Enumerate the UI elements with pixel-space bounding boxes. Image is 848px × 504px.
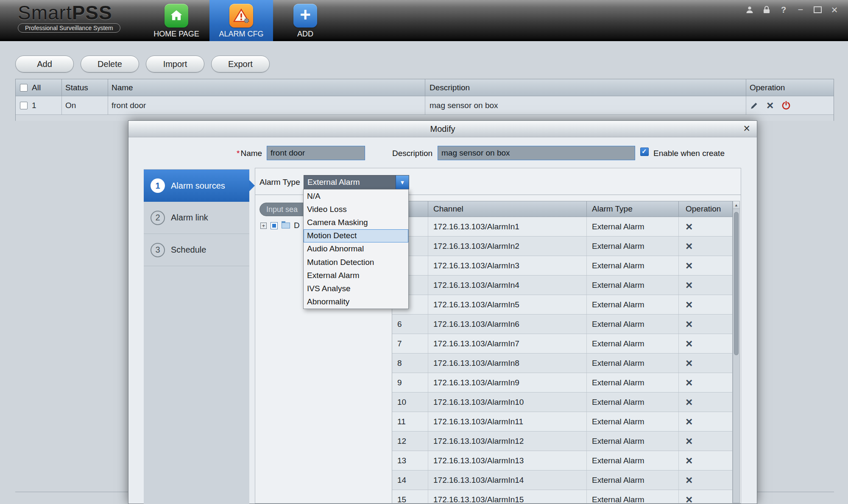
chevron-down-icon[interactable]: ▼ (396, 175, 409, 189)
channel-name: 172.16.13.103/AlarmIn2 (428, 237, 586, 256)
tree-expander-icon[interactable]: + (260, 223, 267, 229)
minimize-icon[interactable]: − (796, 4, 805, 15)
required-mark: * (237, 149, 240, 158)
remove-channel-icon[interactable]: × (686, 495, 692, 504)
channel-table-scrollbar[interactable]: ▲ (733, 201, 740, 503)
dropdown-option[interactable]: Video Loss (304, 203, 408, 216)
tree-checkbox[interactable] (271, 222, 278, 229)
power-icon[interactable] (781, 100, 791, 111)
channel-alarm-type: External Alarm (586, 373, 678, 392)
channel-operation-cell: × (678, 256, 732, 275)
channel-operation-cell: × (678, 471, 732, 490)
remove-channel-icon[interactable]: × (686, 339, 692, 349)
channel-operation-cell: × (678, 412, 732, 431)
dropdown-option[interactable]: External Alarm (304, 269, 408, 282)
dialog-close-icon[interactable]: × (743, 122, 750, 135)
dropdown-option[interactable]: Camera Masking (304, 216, 408, 229)
channel-row: 14172.16.13.103/AlarmIn14External Alarm× (392, 471, 732, 490)
dropdown-option[interactable]: Audio Abnormal (304, 242, 408, 256)
scroll-up-icon[interactable]: ▲ (733, 201, 739, 209)
remove-channel-icon[interactable]: × (686, 241, 692, 251)
channel-row: 10172.16.13.103/AlarmIn10External Alarm× (392, 393, 732, 412)
remove-channel-icon[interactable]: × (686, 222, 692, 232)
header-status: Status (61, 79, 108, 96)
remove-channel-icon[interactable]: × (686, 436, 692, 446)
channel-operation-cell: × (678, 432, 732, 451)
channel-number: 8 (392, 359, 428, 368)
step-label: Alarm sources (171, 181, 225, 191)
remove-channel-icon[interactable]: × (686, 300, 692, 310)
header-operation: Operation (746, 79, 834, 96)
channel-row: 12172.16.13.103/AlarmIn12External Alarm× (392, 432, 732, 451)
export-button[interactable]: Export (211, 56, 270, 72)
tab-add[interactable]: + ADD (284, 0, 326, 41)
channel-name: 172.16.13.103/AlarmIn5 (428, 295, 586, 314)
step-alarm-link[interactable]: 2 Alarm link (144, 202, 249, 234)
import-button[interactable]: Import (146, 56, 204, 72)
close-icon[interactable]: × (830, 3, 839, 17)
remove-channel-icon[interactable]: × (686, 280, 692, 290)
enable-checkbox[interactable] (640, 148, 649, 156)
channel-operation-cell: × (678, 451, 732, 470)
dropdown-option[interactable]: Motion Detect (304, 229, 408, 242)
scrollbar-thumb[interactable] (734, 212, 739, 355)
channel-row: 9172.16.13.103/AlarmIn9External Alarm× (392, 373, 732, 393)
dropdown-option[interactable]: Abnormality (304, 295, 408, 309)
dropdown-option[interactable]: IVS Analyse (304, 282, 408, 295)
dialog-title: Modify (430, 124, 455, 134)
row-operation-cell: × (746, 96, 834, 114)
select-all-checkbox[interactable] (20, 84, 28, 92)
steps-panel: 1 Alarm sources 2 Alarm link 3 Schedule (144, 169, 249, 504)
channel-alarm-type: External Alarm (586, 295, 678, 314)
remove-channel-icon[interactable]: × (686, 319, 692, 329)
add-button[interactable]: Add (15, 56, 74, 72)
header-name: Name (108, 79, 425, 96)
channel-operation-cell: × (678, 276, 732, 295)
dropdown-option[interactable]: N/A (304, 189, 408, 203)
channel-alarm-type: External Alarm (586, 393, 678, 412)
description-input[interactable] (438, 146, 635, 160)
alarm-type-select[interactable]: External Alarm ▼ (304, 175, 409, 189)
delete-icon[interactable]: × (767, 100, 773, 111)
channel-row: 4172.16.13.103/AlarmIn4External Alarm× (392, 276, 732, 295)
remove-channel-icon[interactable]: × (686, 378, 692, 388)
channel-name: 172.16.13.103/AlarmIn13 (428, 451, 586, 470)
dropdown-option[interactable]: Mutation Detection (304, 256, 408, 269)
channel-operation-cell: × (678, 295, 732, 314)
help-icon[interactable]: ? (779, 5, 788, 15)
delete-button[interactable]: Delete (81, 56, 139, 72)
channel-operation-cell: × (678, 217, 732, 236)
step-schedule[interactable]: 3 Schedule (144, 234, 249, 266)
remove-channel-icon[interactable]: × (686, 417, 692, 427)
step-number: 1 (151, 178, 165, 193)
channel-number: 11 (392, 417, 428, 426)
channel-alarm-type: External Alarm (586, 315, 678, 334)
lock-icon[interactable] (762, 6, 771, 14)
channel-name: 172.16.13.103/AlarmIn14 (428, 471, 586, 490)
maximize-icon[interactable] (813, 6, 822, 13)
channel-name: 172.16.13.103/AlarmIn6 (428, 315, 586, 334)
remove-channel-icon[interactable]: × (686, 358, 692, 368)
app-logo: SmartPSS Professional Surveillance Syste… (18, 3, 120, 33)
remove-channel-icon[interactable]: × (686, 475, 692, 485)
logo-smart: Smart (18, 2, 72, 24)
user-icon[interactable] (745, 6, 754, 14)
name-input[interactable] (267, 146, 365, 160)
tab-alarm-cfg[interactable]: ALARM CFG (209, 0, 273, 41)
edit-icon[interactable] (750, 101, 759, 110)
row-checkbox[interactable] (20, 102, 28, 109)
channel-row: 8172.16.13.103/AlarmIn8External Alarm× (392, 354, 732, 373)
tab-home-page[interactable]: HOME PAGE (148, 0, 205, 41)
channel-number: 15 (392, 495, 428, 504)
description-label: Description (392, 149, 432, 158)
remove-channel-icon[interactable]: × (686, 261, 692, 271)
channel-number: 7 (392, 339, 428, 348)
remove-channel-icon[interactable]: × (686, 456, 692, 466)
device-tree-node[interactable]: + D (260, 221, 300, 230)
smartpss-window: SmartPSS Professional Surveillance Syste… (0, 0, 848, 504)
channel-alarm-type: External Alarm (586, 256, 678, 275)
step-alarm-sources[interactable]: 1 Alarm sources (144, 170, 249, 202)
remove-channel-icon[interactable]: × (686, 397, 692, 407)
channel-alarm-type: External Alarm (586, 490, 678, 503)
logo-pss: PSS (72, 2, 112, 24)
